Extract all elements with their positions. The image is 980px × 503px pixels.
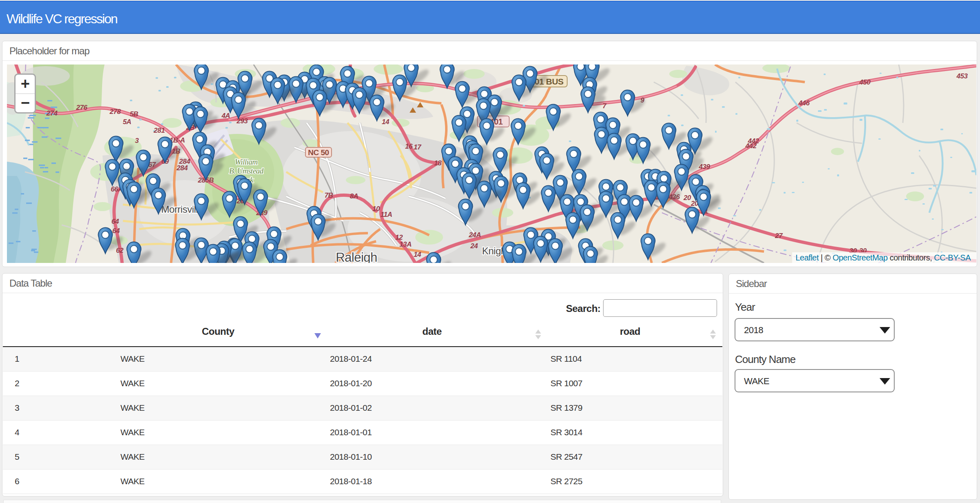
svg-text:4A: 4A [221, 112, 230, 120]
svg-text:William: William [235, 158, 258, 166]
svg-text:Raleigh: Raleigh [336, 250, 377, 263]
svg-text:64: 64 [112, 227, 120, 235]
svg-text:450: 450 [859, 78, 871, 86]
svg-text:20: 20 [683, 194, 691, 202]
svg-text:3: 3 [135, 137, 139, 145]
svg-text:5B: 5B [130, 110, 138, 118]
svg-text:281: 281 [154, 127, 165, 134]
svg-text:24A: 24A [468, 231, 481, 239]
svg-text:11A: 11A [381, 211, 392, 218]
svg-text:453: 453 [956, 72, 968, 80]
svg-text:16: 16 [405, 142, 413, 150]
svg-text:284: 284 [176, 164, 188, 172]
svg-text:18: 18 [434, 159, 442, 167]
svg-text:278: 278 [109, 108, 121, 116]
svg-text:17: 17 [414, 143, 422, 151]
svg-text:276: 276 [76, 104, 88, 111]
svg-text:B. Umstead: B. Umstead [229, 167, 264, 175]
svg-text:446: 446 [798, 99, 810, 107]
svg-text:64: 64 [111, 218, 119, 225]
svg-text:24: 24 [470, 242, 478, 250]
svg-text:8A: 8A [350, 192, 359, 200]
svg-text:442: 442 [745, 142, 757, 150]
svg-text:7B: 7B [325, 191, 333, 199]
svg-text:NC 50: NC 50 [308, 148, 329, 157]
svg-text:274: 274 [46, 109, 58, 117]
svg-text:14: 14 [414, 251, 421, 258]
svg-text:5A: 5A [123, 118, 131, 126]
svg-text:14: 14 [382, 118, 390, 126]
svg-text:27: 27 [775, 232, 783, 240]
svg-text:10: 10 [372, 205, 380, 213]
svg-text:13A: 13A [399, 240, 412, 248]
svg-text:62: 62 [116, 247, 124, 254]
